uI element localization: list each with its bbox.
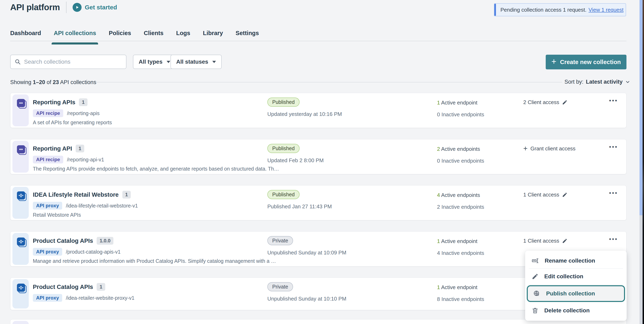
collection-type-stripe <box>12 95 29 126</box>
api-recipe-icon <box>18 147 24 152</box>
get-started-link[interactable]: Get started <box>72 3 117 12</box>
collection-title[interactable]: Product Catalog APIs <box>33 237 93 244</box>
caret-down-icon <box>212 61 216 63</box>
status-badge: Private <box>267 236 293 245</box>
collection-card[interactable]: Reporting API 1 API recipe /reporting-ap… <box>10 139 626 174</box>
collection-description: Retail Webstore APIs <box>33 212 81 218</box>
menu-divider <box>529 284 623 284</box>
results-total: 23 <box>53 79 59 85</box>
collection-type-stripe <box>12 321 29 324</box>
search-input[interactable] <box>24 59 122 65</box>
inactive-endpoints: 0 Inactive endpoints <box>437 111 484 118</box>
version-badge: 1 <box>76 145 84 152</box>
base-path: /product-catalog-apis-v1 <box>66 249 120 255</box>
collection-type-stripe <box>12 233 29 265</box>
collection-title[interactable]: Reporting API <box>33 145 72 152</box>
base-path: /idea-retailer-website-proxy-v1 <box>66 295 134 301</box>
api-type-badge: API proxy <box>33 294 62 302</box>
menu-item-rename-collection[interactable]: Rename collection <box>525 253 627 268</box>
rename-icon <box>532 257 539 264</box>
row-menu-button[interactable]: ••• <box>609 190 618 196</box>
app-header: API platform Get started <box>10 2 117 13</box>
collection-type-stripe <box>12 279 29 308</box>
results-count: Showing 1–20 of 23 API collections <box>10 79 96 86</box>
search-box <box>10 55 126 69</box>
status-badge: Published <box>267 98 300 107</box>
api-proxy-icon <box>18 285 24 290</box>
create-new-collection-button[interactable]: + Create new collection <box>546 55 626 69</box>
inactive-endpoints: 4 Inactive endpoints <box>437 250 484 256</box>
sort-label: Sort by: <box>564 79 584 85</box>
collection-type-icon <box>17 99 27 109</box>
header-divider <box>66 2 66 13</box>
menu-item-publish-collection[interactable]: Publish collection <box>527 285 625 302</box>
status-badge: Private <box>267 282 293 291</box>
client-access-control[interactable]: + Grant client access <box>523 145 576 152</box>
api-type-badge: API recipe <box>33 109 63 117</box>
publish-icon <box>533 290 540 297</box>
active-endpoints: 4 Active endpoints <box>437 192 480 198</box>
tab-api-collections[interactable]: API collections <box>54 30 96 41</box>
collection-card[interactable]: IDEA Lifestyle Retail Webstore 1 API pro… <box>10 185 626 220</box>
type-filter-value: All types <box>139 59 162 65</box>
collection-description: A set of APIs for generating reports <box>33 120 112 126</box>
sort-control[interactable]: Sort by: Latest activity <box>564 79 630 85</box>
updated-timestamp: Unpublished Sunday at 10:10 PM <box>267 296 346 302</box>
header-rule <box>96 82 562 82</box>
client-access-label: 1 Client access <box>523 238 559 244</box>
collection-type-icon <box>17 145 27 155</box>
collection-title[interactable]: Reporting APIs <box>33 99 75 106</box>
client-access-label: 2 Client access <box>523 99 559 106</box>
type-filter-dropdown[interactable]: All types <box>133 55 176 69</box>
app-title: API platform <box>10 3 60 12</box>
status-filter-value: All statuses <box>176 59 208 65</box>
menu-item-edit-collection[interactable]: Edit collection <box>525 269 627 284</box>
collection-type-stripe <box>12 141 29 173</box>
collection-card[interactable]: Reporting APIs 1 API recipe /reporting-a… <box>10 93 626 128</box>
status-filter-dropdown[interactable]: All statuses <box>170 55 222 69</box>
tab-logs[interactable]: Logs <box>176 30 190 41</box>
api-recipe-icon <box>18 100 24 106</box>
row-menu-button[interactable]: ••• <box>609 98 618 104</box>
page-scrollbar-track[interactable] <box>640 0 642 324</box>
collection-type-stripe <box>12 187 29 219</box>
api-proxy-icon <box>18 239 24 244</box>
tab-dashboard[interactable]: Dashboard <box>10 30 41 41</box>
edit-pencil-icon <box>562 238 568 244</box>
tabs-bottom-border <box>10 41 626 41</box>
tab-policies[interactable]: Policies <box>109 30 131 41</box>
active-endpoints: 2 Active endpoints <box>437 146 480 152</box>
base-path: /idea-lifestyle-retail-webstore-v1 <box>66 203 138 209</box>
view-request-link[interactable]: View 1 request <box>588 7 624 13</box>
sort-value: Latest activity <box>586 79 622 85</box>
results-range: 1–20 <box>33 79 45 85</box>
search-icon <box>15 59 21 65</box>
tab-library[interactable]: Library <box>203 30 223 41</box>
desktop-edge-sliver <box>642 0 644 324</box>
edit-pencil-icon <box>562 100 568 105</box>
menu-item-delete-collection[interactable]: Delete collection <box>525 303 627 318</box>
row-menu-button[interactable]: ••• <box>609 144 618 150</box>
client-access-control[interactable]: + 1 Client access <box>523 238 568 244</box>
status-badge: Published <box>267 190 300 199</box>
client-access-label: Grant client access <box>530 145 576 152</box>
banner-text: Pending collection access 1 request. <box>500 7 586 13</box>
tab-clients[interactable]: Clients <box>144 30 164 41</box>
collection-title[interactable]: Product Catalog APIs <box>33 284 93 290</box>
api-type-badge: API proxy <box>33 202 62 210</box>
updated-timestamp: Updated yesterday at 10:16 PM <box>267 111 342 117</box>
base-path: /reporting-apis <box>67 110 100 116</box>
main-nav-tabs: Dashboard API collections Policies Clien… <box>10 30 259 41</box>
collection-title[interactable]: IDEA Lifestyle Retail Webstore <box>33 191 119 198</box>
collection-description: The Reporting APIs provide endpoints to … <box>33 166 279 172</box>
page-scrollbar-thumb[interactable] <box>640 0 642 215</box>
play-icon <box>72 3 82 12</box>
client-access-control[interactable]: + 1 Client access <box>523 192 568 198</box>
chevron-down-icon <box>625 79 630 85</box>
client-access-label: 1 Client access <box>523 192 559 198</box>
client-access-control[interactable]: + 2 Client access <box>523 99 568 106</box>
api-type-badge: API proxy <box>33 248 62 256</box>
caret-down-icon <box>166 61 170 63</box>
row-menu-button[interactable]: ••• <box>609 236 618 242</box>
tab-settings[interactable]: Settings <box>236 30 259 41</box>
